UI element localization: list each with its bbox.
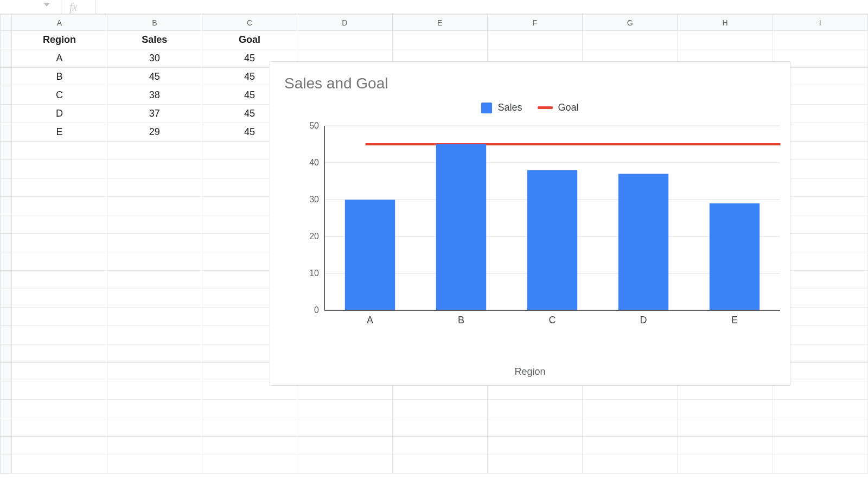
cell[interactable]	[678, 31, 773, 49]
cell[interactable]	[107, 252, 202, 271]
cell[interactable]	[487, 418, 582, 437]
cell[interactable]	[12, 252, 107, 271]
cell[interactable]: E	[12, 123, 107, 142]
cell[interactable]	[487, 400, 582, 418]
cell[interactable]	[202, 437, 297, 455]
row-header[interactable]	[1, 160, 12, 178]
col-header[interactable]: D	[297, 15, 392, 31]
cell[interactable]	[107, 326, 202, 344]
cell[interactable]: 45	[107, 68, 202, 86]
cell[interactable]	[297, 400, 392, 418]
row-header[interactable]	[1, 381, 12, 400]
cell[interactable]	[12, 271, 107, 289]
row-header[interactable]	[1, 344, 12, 363]
cell[interactable]	[107, 142, 202, 160]
cell[interactable]	[12, 142, 107, 160]
row-header[interactable]	[1, 308, 12, 326]
cell[interactable]	[107, 178, 202, 197]
cell[interactable]	[107, 455, 202, 474]
cell[interactable]	[12, 326, 107, 344]
cell[interactable]	[487, 437, 582, 455]
cell[interactable]	[678, 455, 773, 474]
cell[interactable]: Sales	[107, 31, 202, 49]
cell[interactable]	[107, 400, 202, 418]
cell[interactable]	[583, 455, 678, 474]
cell[interactable]	[107, 437, 202, 455]
col-header[interactable]: I	[773, 15, 867, 31]
row-header[interactable]	[1, 400, 12, 418]
col-header[interactable]: E	[392, 15, 487, 31]
cell[interactable]	[107, 234, 202, 252]
cell[interactable]	[12, 160, 107, 178]
namebox-dropdown-icon[interactable]	[43, 2, 50, 8]
cell[interactable]	[773, 455, 867, 474]
cell[interactable]	[107, 271, 202, 289]
cell[interactable]	[12, 215, 107, 234]
chart-sales-and-goal[interactable]: Sales and Goal Sales Goal 01020304050ABC…	[270, 61, 790, 386]
cell[interactable]: 29	[107, 123, 202, 142]
cell[interactable]	[583, 31, 678, 49]
cell[interactable]	[678, 400, 773, 418]
cell[interactable]	[107, 289, 202, 308]
cell[interactable]: 30	[107, 49, 202, 68]
row-header[interactable]	[1, 215, 12, 234]
col-header[interactable]: B	[107, 15, 202, 31]
cell[interactable]	[12, 418, 107, 437]
row-header[interactable]	[1, 252, 12, 271]
cell[interactable]: D	[12, 105, 107, 123]
cell[interactable]	[107, 215, 202, 234]
cell[interactable]	[678, 418, 773, 437]
cell[interactable]	[12, 344, 107, 363]
cell[interactable]	[107, 160, 202, 178]
cell[interactable]	[392, 418, 487, 437]
cell[interactable]: C	[12, 86, 107, 105]
cell[interactable]	[583, 400, 678, 418]
cell[interactable]	[12, 437, 107, 455]
col-header[interactable]: G	[583, 15, 678, 31]
cell[interactable]	[773, 400, 867, 418]
cell[interactable]	[392, 455, 487, 474]
cell[interactable]	[773, 437, 867, 455]
cell[interactable]	[12, 308, 107, 326]
row-header[interactable]	[1, 49, 12, 68]
cell[interactable]	[12, 381, 107, 400]
cell[interactable]	[773, 31, 867, 49]
cell[interactable]	[392, 400, 487, 418]
row-header[interactable]	[1, 105, 12, 123]
cell[interactable]	[12, 178, 107, 197]
select-all-corner[interactable]	[1, 15, 12, 31]
col-header[interactable]: F	[487, 15, 582, 31]
col-header[interactable]: A	[12, 15, 107, 31]
cell[interactable]	[107, 308, 202, 326]
cell[interactable]	[12, 400, 107, 418]
row-header[interactable]	[1, 31, 12, 49]
row-header[interactable]	[1, 178, 12, 197]
cell[interactable]	[107, 381, 202, 400]
cell[interactable]	[297, 437, 392, 455]
cell[interactable]	[202, 455, 297, 474]
row-header[interactable]	[1, 123, 12, 142]
cell[interactable]	[12, 363, 107, 381]
cell[interactable]	[487, 455, 582, 474]
row-header[interactable]	[1, 455, 12, 474]
cell[interactable]	[392, 31, 487, 49]
cell[interactable]	[107, 197, 202, 215]
col-header[interactable]: H	[678, 15, 773, 31]
row-header[interactable]	[1, 68, 12, 86]
cell[interactable]	[107, 344, 202, 363]
row-header[interactable]	[1, 437, 12, 455]
row-header[interactable]	[1, 271, 12, 289]
cell[interactable]	[773, 418, 867, 437]
row-header[interactable]	[1, 197, 12, 215]
cell[interactable]: Region	[12, 31, 107, 49]
cell[interactable]: 38	[107, 86, 202, 105]
cell[interactable]	[297, 455, 392, 474]
cell[interactable]	[202, 418, 297, 437]
cell[interactable]	[583, 418, 678, 437]
cell[interactable]	[12, 455, 107, 474]
cell[interactable]	[678, 437, 773, 455]
row-header[interactable]	[1, 363, 12, 381]
row-header[interactable]	[1, 86, 12, 105]
cell[interactable]	[107, 363, 202, 381]
cell[interactable]	[487, 31, 582, 49]
